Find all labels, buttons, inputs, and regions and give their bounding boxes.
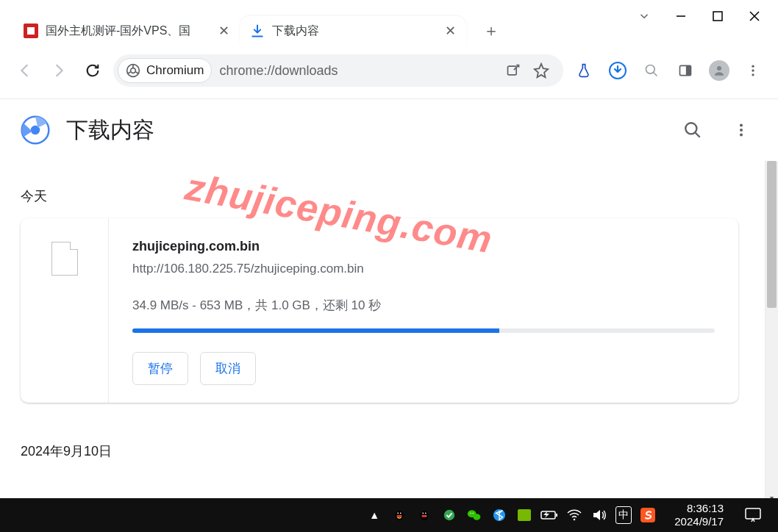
- taskbar: ▲ 中: [0, 498, 778, 532]
- omnibox-actions: [500, 57, 559, 84]
- clock-time: 8:36:13: [674, 502, 724, 515]
- svg-point-24: [398, 512, 399, 514]
- clock-date: 2024/9/17: [674, 515, 724, 528]
- svg-point-12: [752, 69, 754, 71]
- bluetooth-icon[interactable]: [490, 506, 508, 524]
- svg-rect-43: [746, 508, 760, 519]
- svg-point-29: [423, 512, 424, 514]
- minimize-button[interactable]: [672, 7, 690, 25]
- scroll-thumb[interactable]: [767, 161, 777, 308]
- svg-point-25: [400, 512, 402, 514]
- kebab-menu-icon[interactable]: [740, 57, 766, 84]
- qq-icon-2[interactable]: [415, 506, 433, 524]
- progress-bar: [132, 328, 715, 333]
- download-icon: [250, 24, 265, 38]
- section-today: 今天: [21, 187, 757, 205]
- wifi-icon[interactable]: [565, 506, 583, 524]
- download-card: zhujiceping.com.bin http://106.180.225.7…: [21, 218, 738, 403]
- side-panel-icon[interactable]: [672, 57, 699, 84]
- chromium-icon: [126, 63, 140, 78]
- download-filename[interactable]: zhujiceping.com.bin: [132, 239, 715, 254]
- forward-button[interactable]: [46, 57, 72, 84]
- svg-point-3: [131, 68, 136, 73]
- profile-avatar[interactable]: [706, 57, 732, 84]
- site-info-chip[interactable]: Chromium: [118, 58, 212, 83]
- share-icon[interactable]: [500, 57, 527, 84]
- svg-point-35: [470, 513, 471, 514]
- svg-point-30: [425, 512, 427, 514]
- svg-line-18: [695, 132, 700, 137]
- file-thumbnail: [21, 218, 109, 403]
- svg-point-17: [685, 123, 696, 134]
- svg-point-13: [752, 73, 754, 76]
- svg-point-10: [717, 66, 721, 71]
- svg-point-36: [473, 513, 474, 514]
- svg-rect-39: [541, 511, 555, 519]
- notifications-icon[interactable]: [743, 505, 763, 525]
- search-downloads-icon[interactable]: [677, 114, 709, 146]
- downloads-content: 今天 zhujiceping.com.bin http://106.180.22…: [0, 161, 778, 504]
- tab-inactive[interactable]: 国外主机测评-国外VPS、国 ✕: [13, 16, 240, 46]
- new-tab-button[interactable]: ＋: [478, 18, 504, 44]
- tray-overflow-icon[interactable]: ▲: [365, 506, 383, 524]
- close-tab-icon[interactable]: ✕: [218, 23, 229, 39]
- chromium-logo-icon: [21, 115, 50, 145]
- download-status: 34.9 MB/s - 653 MB，共 1.0 GB，还剩 10 秒: [132, 297, 715, 314]
- tab-title: 下载内容: [272, 24, 438, 39]
- site-info-label: Chromium: [146, 63, 204, 78]
- svg-rect-9: [686, 65, 691, 75]
- reload-button[interactable]: [79, 57, 106, 84]
- close-window-button[interactable]: [746, 7, 763, 25]
- svg-point-20: [740, 129, 743, 132]
- tab-active-downloads[interactable]: 下载内容 ✕: [240, 16, 466, 46]
- favicon-icon: [24, 24, 38, 38]
- svg-point-34: [474, 514, 481, 520]
- file-icon: [51, 242, 78, 276]
- volume-icon[interactable]: [590, 506, 608, 524]
- scrollbar[interactable]: ▴ ▾: [765, 161, 778, 504]
- svg-point-11: [752, 65, 754, 68]
- svg-rect-40: [556, 514, 557, 517]
- nvidia-icon[interactable]: [515, 506, 533, 524]
- labs-icon[interactable]: [571, 57, 597, 84]
- ime-label: 中: [618, 508, 629, 522]
- browser-toolbar: Chromium chrome://downloads: [0, 48, 778, 99]
- sogou-icon[interactable]: [639, 506, 657, 524]
- address-bar[interactable]: Chromium chrome://downloads: [113, 54, 563, 87]
- svg-point-6: [646, 65, 655, 74]
- system-tray: ▲ 中: [360, 502, 778, 528]
- section-older: 2024年9月10日: [21, 442, 757, 460]
- battery-icon[interactable]: [540, 506, 558, 524]
- svg-point-32: [444, 510, 454, 520]
- more-menu-icon[interactable]: [725, 114, 757, 146]
- clock[interactable]: 8:36:13 2024/9/17: [664, 502, 731, 528]
- wechat-icon[interactable]: [465, 506, 483, 524]
- svg-rect-1: [713, 12, 722, 21]
- downloads-toolbar-icon[interactable]: [604, 57, 631, 84]
- back-button[interactable]: [12, 57, 38, 84]
- svg-rect-26: [397, 515, 402, 517]
- page-title: 下载内容: [66, 115, 660, 145]
- maximize-button[interactable]: [709, 7, 727, 25]
- tab-title: 国外主机测评-国外VPS、国: [46, 24, 211, 39]
- url-text: chrome://downloads: [219, 63, 493, 79]
- pause-button[interactable]: 暂停: [132, 352, 188, 385]
- svg-point-21: [740, 133, 743, 136]
- status-ok-icon[interactable]: [440, 506, 458, 524]
- cancel-button[interactable]: 取消: [200, 352, 256, 385]
- svg-point-41: [574, 519, 576, 521]
- bookmark-icon[interactable]: [528, 57, 554, 84]
- svg-rect-38: [518, 509, 531, 521]
- qq-icon[interactable]: [390, 506, 408, 524]
- download-url[interactable]: http://106.180.225.75/zhujiceping.com.bi…: [132, 262, 715, 276]
- ime-indicator[interactable]: 中: [615, 506, 632, 524]
- svg-rect-4: [508, 66, 517, 75]
- progress-fill: [132, 328, 499, 333]
- svg-line-7: [654, 73, 657, 76]
- dropdown-icon[interactable]: [635, 7, 653, 25]
- downloads-header: 下载内容: [0, 99, 778, 161]
- window-controls: [635, 0, 778, 25]
- svg-rect-31: [422, 515, 427, 517]
- search-toolbar-icon[interactable]: [638, 57, 665, 84]
- close-tab-icon[interactable]: ✕: [445, 23, 456, 39]
